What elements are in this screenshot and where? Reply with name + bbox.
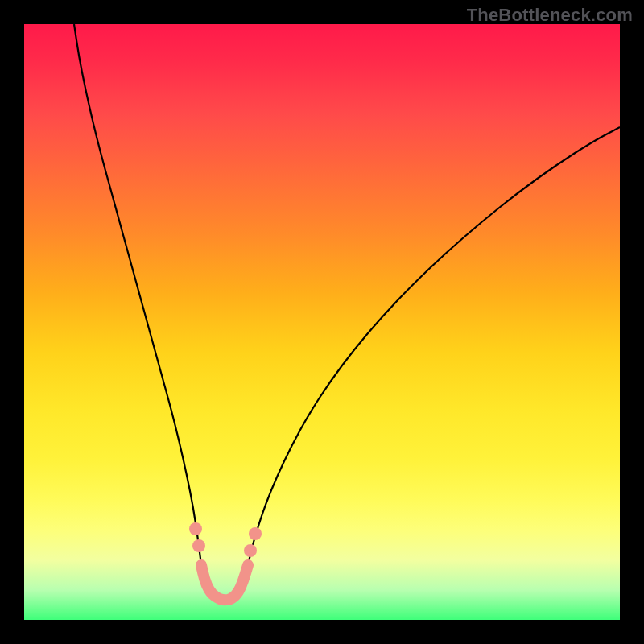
pink-dot-right-upper <box>249 527 262 540</box>
outer-black-frame: TheBottleneck.com <box>0 0 644 644</box>
curve-left-branch <box>74 24 201 565</box>
pink-dot-left-upper <box>189 522 202 535</box>
curve-trough-pink <box>201 565 248 600</box>
pink-dot-right-lower <box>244 544 257 557</box>
curve-right-branch <box>248 127 620 565</box>
pink-dot-left-lower <box>192 539 205 552</box>
watermark-text: TheBottleneck.com <box>467 5 633 26</box>
chart-svg <box>24 24 620 620</box>
plot-area <box>24 24 620 620</box>
